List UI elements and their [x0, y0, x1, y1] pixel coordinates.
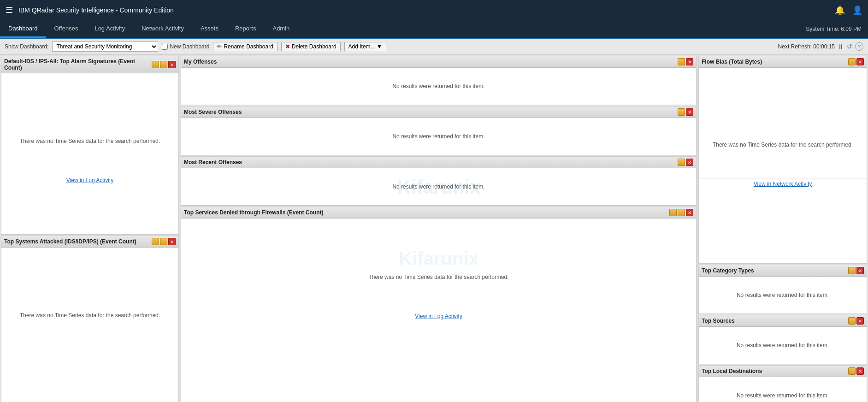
nav-network-activity[interactable]: Network Activity	[133, 20, 192, 38]
dashboard-area: Default-IDS / IPS-All: Top Alarm Signatu…	[0, 55, 868, 402]
widget-top-sources-save[interactable]	[848, 317, 856, 325]
widget-most-severe-save[interactable]	[678, 108, 685, 116]
widget-top-category: Top Category Types ✕ No results were ret…	[698, 265, 867, 314]
widget-most-recent-close[interactable]: ✕	[686, 159, 693, 166]
bell-icon[interactable]: 🔔	[835, 5, 845, 15]
widget-top-category-content: No results were returned for this item.	[702, 283, 864, 307]
widget-ids-ips-save[interactable]	[152, 61, 159, 68]
help-button[interactable]: ?	[855, 42, 863, 51]
widget-top-local-content: No results were returned for this item.	[702, 383, 864, 402]
widget-most-severe-body: No results were returned for this item.	[181, 118, 696, 155]
widget-flow-bias-save[interactable]	[848, 58, 856, 65]
widget-top-systems-body: There was no Time Series data for the se…	[1, 248, 178, 349]
toolbar-right: Next Refresh: 00:00:15 ⏸ ↺ ?	[778, 42, 863, 51]
widget-top-sources-header: Top Sources ✕	[699, 315, 867, 327]
rename-icon: ✏	[217, 43, 222, 50]
widget-ids-ips-close[interactable]: ✕	[168, 61, 176, 68]
widget-most-severe-controls: ✕	[678, 108, 693, 116]
widget-top-local: Top Local Destinations ✕ No results were…	[698, 365, 867, 402]
widget-top-systems-title: Top Systems Attacked (IDS/IDP/IPS) (Even…	[4, 238, 152, 245]
widget-most-severe-title: Most Severe Offenses	[184, 109, 678, 115]
widget-top-category-close[interactable]: ✕	[856, 267, 864, 274]
widget-flow-bias-close[interactable]: ✕	[856, 58, 864, 65]
widget-top-systems-detach[interactable]	[160, 238, 167, 245]
widget-top-services: Top Services Denied through Firewalls (E…	[181, 207, 697, 402]
delete-icon: ✖	[285, 43, 290, 50]
widget-top-sources-body: No results were returned for this item.	[699, 327, 867, 364]
widget-top-services-close[interactable]: ✕	[686, 209, 693, 216]
widget-top-systems-header: Top Systems Attacked (IDS/IDP/IPS) (Even…	[1, 236, 178, 248]
widget-top-services-header: Top Services Denied through Firewalls (E…	[181, 207, 696, 219]
widget-top-local-save[interactable]	[848, 367, 856, 375]
widget-my-offenses-content: No results were returned for this item.	[184, 74, 693, 99]
add-item-button[interactable]: Add Item... ▼	[344, 42, 386, 51]
right-column: Flow Bias (Total Bytes) ✕ There was no T…	[697, 55, 868, 402]
dashboard-selector[interactable]: Threat and Security Monitoring	[52, 41, 158, 52]
widget-top-sources-title: Top Sources	[702, 318, 848, 324]
widget-ids-ips-title: Default-IDS / IPS-All: Top Alarm Signatu…	[4, 58, 152, 71]
widget-top-services-save[interactable]	[669, 209, 677, 216]
widget-flow-bias-header: Flow Bias (Total Bytes) ✕	[699, 56, 867, 68]
widget-flow-bias-link: View in Network Activity	[699, 178, 867, 189]
widget-flow-bias-content: There was no Time Series data for the se…	[702, 114, 864, 176]
widget-most-recent-header: Most Recent Offenses ✕	[181, 157, 696, 168]
view-in-log-activity-link-ids[interactable]: View in Log Activity	[66, 177, 114, 183]
widget-top-services-link: View in Log Activity	[181, 311, 696, 321]
nav-dashboard[interactable]: Dashboard	[0, 20, 46, 38]
widget-flow-bias-controls: ✕	[848, 58, 864, 65]
delete-dashboard-button[interactable]: ✖ Delete Dashboard	[281, 42, 341, 51]
hamburger-icon[interactable]: ☰	[6, 5, 13, 15]
nav-assets[interactable]: Assets	[192, 20, 227, 38]
nav-reports[interactable]: Reports	[227, 20, 265, 38]
widget-most-recent: Most Recent Offenses ✕ Kifarunix No resu…	[181, 156, 697, 206]
widget-ids-ips-controls: ✕	[152, 61, 176, 68]
widget-my-offenses: My Offenses ✕ No results were returned f…	[181, 56, 697, 105]
system-time: System Time: 6:09 PM	[799, 21, 868, 37]
widget-most-severe-close[interactable]: ✕	[686, 108, 693, 116]
widget-top-sources-close[interactable]: ✕	[856, 317, 864, 325]
widget-top-systems-controls: ✕	[152, 238, 176, 245]
view-in-log-activity-link-services[interactable]: View in Log Activity	[415, 313, 462, 319]
widget-most-recent-save[interactable]	[678, 159, 685, 166]
pause-button[interactable]: ⏸	[838, 43, 844, 50]
widget-top-category-controls: ✕	[848, 267, 864, 274]
top-bar: ☰ IBM QRadar Security Intelligence - Com…	[0, 0, 868, 20]
widget-ids-ips-detach[interactable]	[160, 61, 167, 68]
widget-my-offenses-body: No results were returned for this item.	[181, 68, 696, 105]
widget-top-local-body: No results were returned for this item.	[699, 377, 867, 402]
widget-top-services-body: Kifarunix *NIX TIPS & TUTORIALS There wa…	[181, 219, 696, 311]
widget-top-local-controls: ✕	[848, 367, 864, 375]
widget-top-services-detach[interactable]	[678, 209, 685, 216]
widget-top-sources-controls: ✕	[848, 317, 864, 325]
widget-my-offenses-close[interactable]: ✕	[686, 58, 693, 65]
widget-top-category-save[interactable]	[848, 267, 856, 274]
new-dashboard-checkbox[interactable]	[162, 44, 168, 50]
widget-top-services-controls: ✕	[669, 209, 693, 216]
widget-most-severe-content: No results were returned for this item.	[184, 124, 693, 149]
widget-top-systems-close[interactable]: ✕	[168, 238, 176, 245]
widget-most-recent-controls: ✕	[678, 159, 693, 166]
widget-top-systems-content: There was no Time Series data for the se…	[4, 284, 176, 346]
new-dashboard-checkbox-label: New Dashboard	[162, 43, 209, 50]
view-in-network-activity-link[interactable]: View in Network Activity	[754, 181, 812, 187]
widget-top-services-title: Top Services Denied through Firewalls (E…	[184, 209, 669, 216]
widget-most-severe: Most Severe Offenses ✕ No results were r…	[181, 106, 697, 155]
widget-my-offenses-save[interactable]	[678, 58, 685, 65]
show-dashboard-label: Show Dashboard:	[5, 43, 48, 50]
toolbar: Show Dashboard: Threat and Security Moni…	[0, 39, 868, 55]
widget-ids-ips-link: View in Log Activity	[1, 175, 178, 185]
left-column: Default-IDS / IPS-All: Top Alarm Signatu…	[0, 55, 180, 402]
rename-dashboard-button[interactable]: ✏ Rename Dashboard	[213, 42, 277, 51]
refresh-button[interactable]: ↺	[847, 43, 852, 50]
nav-log-activity[interactable]: Log Activity	[86, 20, 133, 38]
widget-most-recent-body: Kifarunix No results were returned for t…	[181, 168, 696, 205]
widget-top-sources: Top Sources ✕ No results were returned f…	[698, 315, 867, 364]
nav-offenses[interactable]: Offenses	[46, 20, 87, 38]
widget-my-offenses-controls: ✕	[678, 58, 693, 65]
widget-top-local-close[interactable]: ✕	[856, 367, 864, 375]
user-icon[interactable]: 👤	[852, 5, 862, 15]
widget-top-systems-save[interactable]	[152, 238, 159, 245]
nav-admin[interactable]: Admin	[264, 20, 298, 38]
widget-top-category-body: No results were returned for this item.	[699, 277, 867, 313]
widget-flow-bias-body: There was no Time Series data for the se…	[699, 68, 867, 178]
